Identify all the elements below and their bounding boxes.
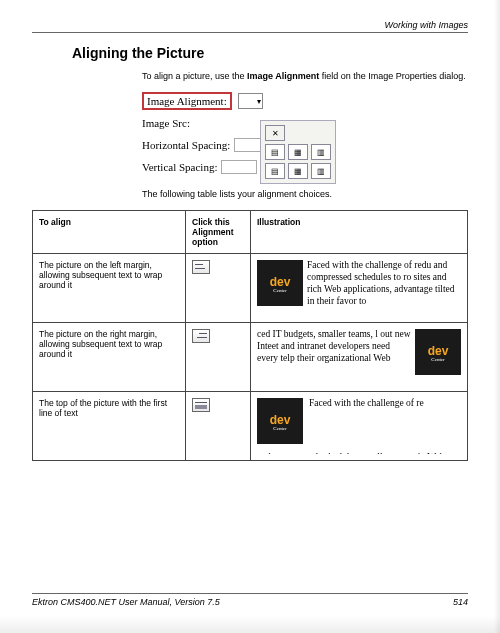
col-to-align: To align	[33, 211, 186, 254]
cell-to-align: The picture on the left margin, allowing…	[33, 254, 186, 323]
align-none-option[interactable]: ✕	[265, 125, 285, 141]
bottom-shadow	[0, 615, 500, 633]
illustration-text: ced IT budgets, smaller teams, l out new…	[257, 329, 411, 385]
illustration-text-line1: Faced with the challenge of re	[309, 398, 424, 408]
intro-paragraph: To align a picture, use the Image Alignm…	[142, 70, 468, 82]
align-tr-option[interactable]: ▥	[311, 144, 331, 160]
after-figure-text: The following table lists your alignment…	[142, 188, 468, 200]
dev-center-badge	[257, 260, 303, 306]
vertical-spacing-label: Vertical Spacing:	[142, 161, 217, 173]
cell-illustration: Faced with the challenge of redu and com…	[251, 254, 468, 323]
align-right-icon	[192, 329, 210, 343]
intro-before: To align a picture, use the	[142, 71, 247, 81]
alignment-dropdown[interactable]: ▾	[238, 93, 263, 109]
align-bl-option[interactable]: ▤	[265, 163, 285, 179]
illustration-text-line2: and compressed schedules to roll out new…	[257, 452, 444, 454]
cell-option	[186, 323, 251, 392]
cell-illustration: ced IT budgets, smaller teams, l out new…	[251, 323, 468, 392]
align-bc-option[interactable]: ▦	[288, 163, 308, 179]
intro-bold: Image Alignment	[247, 71, 319, 81]
cell-illustration: Faced with the challenge of re and compr…	[251, 392, 468, 461]
col-click-option: Click this Alignment option	[186, 211, 251, 254]
section-title: Aligning the Picture	[72, 45, 468, 61]
cell-to-align: The picture on the right margin, allowin…	[33, 323, 186, 392]
table-row: The top of the picture with the first li…	[33, 392, 468, 461]
dev-center-badge	[257, 398, 303, 444]
intro-after: field on the Image Properties dialog.	[319, 71, 466, 81]
image-src-label: Image Src:	[142, 117, 190, 129]
alignment-options-popup: ✕ ▤ ▦ ▥ ▤ ▦ ▥	[260, 120, 336, 184]
align-tc-option[interactable]: ▦	[288, 144, 308, 160]
chevron-down-icon: ▾	[257, 97, 261, 106]
align-tl-option[interactable]: ▤	[265, 144, 285, 160]
table-header-row: To align Click this Alignment option Ill…	[33, 211, 468, 254]
vertical-spacing-input[interactable]	[221, 160, 257, 174]
page-footer: Ektron CMS400.NET User Manual, Version 7…	[32, 593, 468, 607]
align-top-icon	[192, 398, 210, 412]
header-rule	[32, 32, 468, 33]
align-br-option[interactable]: ▥	[311, 163, 331, 179]
image-alignment-label: Image Alignment:	[142, 92, 232, 110]
align-left-icon	[192, 260, 210, 274]
dev-center-badge	[415, 329, 461, 375]
running-head: Working with Images	[32, 20, 468, 30]
cell-option	[186, 392, 251, 461]
illustration-text: Faced with the challenge of redu and com…	[307, 260, 461, 316]
horizontal-spacing-label: Horizontal Spacing:	[142, 139, 230, 151]
footer-manual-title: Ektron CMS400.NET User Manual, Version 7…	[32, 597, 220, 607]
col-illustration: Illustration	[251, 211, 468, 254]
cell-to-align: The top of the picture with the first li…	[33, 392, 186, 461]
alignment-table: To align Click this Alignment option Ill…	[32, 210, 468, 461]
table-row: The picture on the left margin, allowing…	[33, 254, 468, 323]
footer-page-number: 514	[453, 597, 468, 607]
table-row: The picture on the right margin, allowin…	[33, 323, 468, 392]
page-shadow	[494, 0, 500, 633]
cell-option	[186, 254, 251, 323]
